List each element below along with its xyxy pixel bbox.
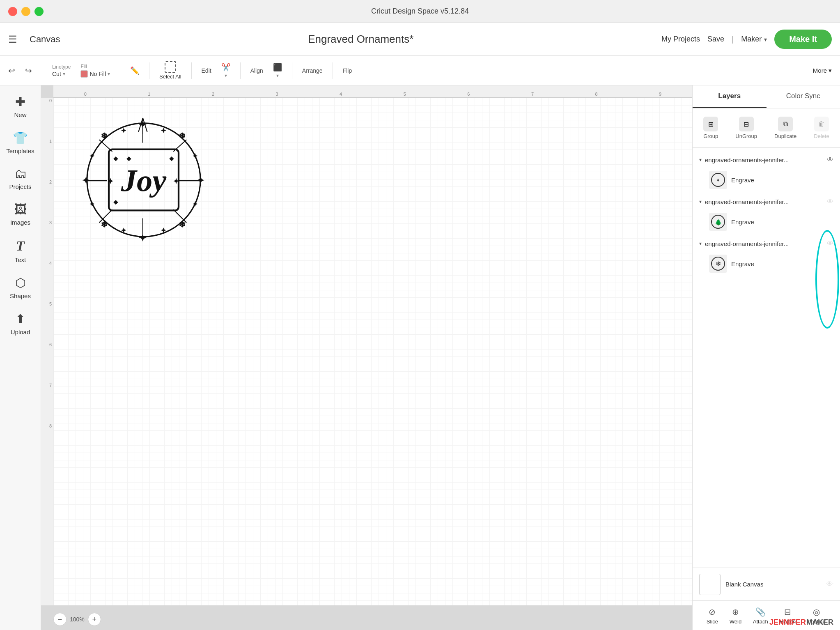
more-dropdown-icon: ▾: [829, 67, 832, 74]
watermark-maker: MAKER: [806, 618, 833, 627]
minimize-button[interactable]: [21, 7, 30, 16]
close-button[interactable]: [8, 7, 17, 16]
layer-group-1-header[interactable]: ▾ engraved-ornaments-jennifer... 👁: [693, 152, 840, 168]
canvas-area[interactable]: 0 1 2 3 4 5 6 7 8 9 0 1 2 3 4 5 6 7 8: [41, 85, 692, 630]
delete-button[interactable]: 🗑 Delete: [806, 113, 837, 143]
ungroup-button[interactable]: ⊟ UnGroup: [728, 113, 764, 143]
separator: |: [732, 34, 734, 44]
sidebar-label-templates: Templates: [6, 147, 34, 154]
ruler-mark-5: 5: [373, 92, 437, 97]
design-image[interactable]: Joy ✦ ✦ ✦ ✦ ❄ ❄ ❄: [78, 110, 209, 250]
tab-layers[interactable]: Layers: [693, 85, 767, 108]
color-pen-button[interactable]: ✏️: [130, 66, 139, 75]
blank-canvas-eye-icon[interactable]: 👁: [826, 580, 833, 589]
undo-button[interactable]: ↩: [8, 66, 15, 76]
edit-button[interactable]: Edit: [202, 67, 211, 74]
canvas-label: Canvas: [30, 34, 60, 45]
layer-eye-1[interactable]: 👁: [827, 156, 833, 163]
ruler-mark-7: 7: [500, 92, 565, 97]
ungroup-label: UnGroup: [735, 133, 757, 139]
edit-label: Edit: [202, 67, 211, 74]
align-button[interactable]: Align: [250, 67, 263, 74]
redo-button[interactable]: ↪: [25, 66, 32, 76]
svg-text:◆: ◆: [114, 155, 118, 161]
sidebar-label-projects: Projects: [9, 183, 31, 190]
sidebar-label-images: Images: [10, 219, 30, 226]
watermark-jennifer: JENNIFER: [769, 618, 806, 627]
layer-group-3-header[interactable]: ▾ engraved-ornaments-jennifer... 👁: [693, 236, 840, 251]
sidebar-label-new: New: [14, 111, 26, 118]
more-button[interactable]: More ▾: [813, 67, 832, 74]
save-button[interactable]: Save: [707, 35, 724, 44]
hamburger-icon[interactable]: ☰: [8, 34, 17, 45]
my-projects-button[interactable]: My Projects: [661, 35, 700, 44]
flip-button[interactable]: Flip: [343, 67, 352, 74]
delete-label: Delete: [814, 133, 829, 139]
linetype-group[interactable]: Linetype Cut ▾: [52, 64, 71, 77]
zoom-in-button[interactable]: +: [88, 613, 101, 626]
layer-eye-3[interactable]: 👁: [827, 240, 833, 247]
linetype-value[interactable]: Cut ▾: [52, 71, 65, 77]
select-all-button[interactable]: Select All: [159, 61, 181, 80]
attach-icon: 📎: [755, 607, 766, 617]
svg-text:✦: ✦: [193, 153, 198, 159]
fill-text: No Fill: [90, 71, 106, 77]
layer-arrow-3: ▾: [699, 241, 702, 246]
layer-child-3[interactable]: ❄ Engrave: [693, 251, 840, 276]
new-icon: ✚: [15, 94, 25, 109]
sidebar-item-new[interactable]: ✚ New: [2, 90, 39, 123]
svg-text:❄: ❄: [179, 131, 186, 140]
layer-child-2[interactable]: 🌲 Engrave: [693, 209, 840, 234]
arrange-button[interactable]: Arrange: [302, 67, 323, 74]
layer-child-1[interactable]: ✦ Engrave: [693, 168, 840, 192]
svg-text:❄: ❄: [716, 260, 721, 267]
fill-group[interactable]: Fill No Fill ▾: [80, 64, 110, 78]
machine-selector[interactable]: Maker ▾: [741, 35, 767, 44]
svg-line-29: [173, 140, 186, 152]
sidebar-item-images[interactable]: 🖼 Images: [2, 198, 39, 231]
sidebar-item-templates[interactable]: 👕 Templates: [2, 126, 39, 159]
fill-value[interactable]: No Fill ▾: [80, 70, 110, 78]
more-label: More: [813, 67, 827, 74]
layer-group-1: ▾ engraved-ornaments-jennifer... 👁 ✦ Eng…: [693, 152, 840, 192]
panel-actions: ⊞ Group ⊟ UnGroup ⧉ Duplicate 🗑 Delete: [693, 108, 840, 148]
layer-thumb-2: 🌲: [709, 213, 727, 231]
weld-button[interactable]: ⊕ Weld: [730, 607, 741, 625]
layer-thumb-1: ✦: [709, 171, 727, 189]
zoom-out-button[interactable]: −: [53, 613, 67, 626]
make-it-button[interactable]: Make It: [774, 30, 832, 49]
ruler-mark-3: 3: [245, 92, 309, 97]
canvas-white[interactable]: Joy ✦ ✦ ✦ ✦ ❄ ❄ ❄: [53, 98, 692, 605]
svg-text:❄: ❄: [101, 220, 108, 229]
duplicate-icon: ⧉: [778, 117, 793, 131]
sidebar: ✚ New 👕 Templates 🗂 Projects 🖼 Images T …: [0, 85, 41, 630]
blank-canvas-label: Blank Canvas: [725, 581, 821, 588]
layer-group-2-header[interactable]: ▾ engraved-ornaments-jennifer... 👁: [693, 194, 840, 209]
color-pen-icon: ✏️: [130, 66, 139, 75]
select-all-label: Select All: [159, 74, 181, 80]
main-layout: ✚ New 👕 Templates 🗂 Projects 🖼 Images T …: [0, 85, 840, 630]
sidebar-item-upload[interactable]: ⬆ Upload: [2, 307, 39, 340]
bottom-panel: Blank Canvas 👁: [693, 568, 840, 600]
zoom-level: 100%: [70, 616, 85, 623]
group-button[interactable]: ⊞ Group: [696, 113, 725, 143]
scissors-icon: ✂️: [221, 63, 230, 72]
svg-text:✦: ✦: [716, 177, 720, 183]
sidebar-item-shapes[interactable]: ⬡ Shapes: [2, 271, 39, 304]
tab-color-sync[interactable]: Color Sync: [767, 85, 840, 108]
edit-icon-button[interactable]: ✂️ ▾: [221, 63, 230, 78]
align-icon-button[interactable]: ⬛ ▾: [273, 63, 282, 78]
layer-eye-2[interactable]: 👁: [827, 198, 833, 205]
ruler-top: 0 1 2 3 4 5 6 7 8 9: [53, 85, 692, 98]
attach-button[interactable]: 📎 Attach: [753, 607, 768, 625]
sidebar-item-projects[interactable]: 🗂 Projects: [2, 162, 39, 195]
duplicate-button[interactable]: ⧉ Duplicate: [767, 113, 804, 143]
svg-text:✦: ✦: [197, 175, 204, 186]
contour-icon: ◎: [813, 607, 820, 617]
slice-button[interactable]: ⊘ Slice: [707, 607, 718, 625]
sidebar-item-text[interactable]: T Text: [2, 233, 39, 268]
upload-icon: ⬆: [15, 312, 25, 326]
maximize-button[interactable]: [34, 7, 44, 16]
svg-text:✦: ✦: [161, 227, 166, 234]
svg-text:◆: ◆: [170, 155, 174, 161]
